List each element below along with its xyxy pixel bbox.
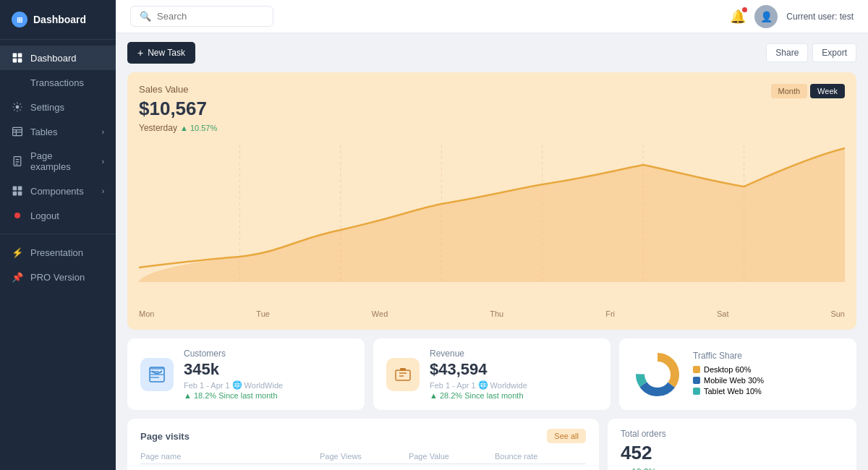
share-button[interactable]: Share: [766, 43, 808, 62]
dashboard-icon: [12, 52, 23, 64]
export-button[interactable]: Export: [812, 43, 856, 62]
sidebar-item-tables[interactable]: Tables ›: [0, 119, 116, 144]
sidebar-item-pro-version[interactable]: 📌 PRO Version: [0, 265, 116, 289]
settings-icon: [12, 101, 23, 113]
chevron-icon: ›: [102, 128, 104, 136]
col-page-name: Page name: [140, 449, 320, 464]
traffic-title: Traffic Share: [693, 351, 764, 361]
traffic-card: Traffic Share Desktop 60% Mobile Web 30%…: [619, 338, 856, 410]
transactions-icon: [12, 77, 23, 88]
x-label-tue: Tue: [256, 309, 270, 318]
customers-icon: [148, 366, 166, 383]
brand-label: Dashboard: [33, 14, 86, 25]
sidebar-divider: [0, 234, 116, 234]
sales-change: ▲ 10.57%: [180, 124, 217, 132]
sidebar: ⊞ Dashboard Dashboard Transactions Setti…: [0, 0, 116, 470]
sidebar-item-presentation[interactable]: ⚡ Presentation: [0, 240, 116, 265]
x-label-wed: Wed: [372, 309, 388, 318]
current-user-label: Current user: test: [786, 12, 854, 22]
revenue-icon: [394, 366, 412, 383]
x-label-sat: Sat: [717, 309, 729, 318]
sidebar-item-page-examples[interactable]: Page examples ›: [0, 144, 116, 179]
search-icon: 🔍: [140, 11, 151, 22]
brand-icon: ⊞: [12, 12, 27, 27]
sales-title: Sales Value: [139, 84, 845, 95]
sidebar-item-label: Transactions: [30, 77, 84, 88]
sidebar-item-label: PRO Version: [30, 272, 85, 283]
mobile-dot: [693, 377, 700, 384]
globe-icon: 🌐: [232, 380, 242, 390]
donut-chart: [632, 349, 683, 400]
period-tabs: Month Week: [771, 84, 846, 98]
content-area: New Task Share Export Sales Value $10,56…: [116, 33, 868, 470]
main-content: 🔍 🔔 👤 Current user: test New Task Share …: [116, 0, 868, 470]
sidebar-item-label: Settings: [30, 102, 64, 113]
legend-desktop: Desktop 60%: [693, 365, 764, 374]
toolbar: New Task Share Export: [127, 42, 856, 64]
new-task-button[interactable]: New Task: [127, 42, 195, 64]
search-input[interactable]: [157, 11, 264, 22]
desktop-label: Desktop 60%: [704, 365, 751, 374]
sidebar-item-logout[interactable]: Logout: [0, 203, 116, 228]
svg-rect-1: [18, 54, 22, 58]
page-visits-title: Page visits: [140, 431, 190, 442]
col-bounce-rate: Bounce rate: [495, 449, 586, 464]
sidebar-item-transactions[interactable]: Transactions: [0, 70, 116, 95]
chevron-icon: ›: [102, 158, 104, 166]
legend-tablet: Tablet Web 10%: [693, 387, 764, 396]
month-button[interactable]: Month: [771, 84, 808, 98]
x-label-thu: Thu: [490, 309, 503, 318]
orders-value: 452: [621, 442, 843, 464]
yesterday-label: Yesterday: [139, 123, 177, 133]
revenue-date: Feb 1 - Apr 1 🌐 Worldwide: [430, 380, 597, 390]
orders-change: ▲ 18.2%: [621, 467, 843, 470]
header-right: 🔔 👤 Current user: test: [730, 5, 854, 28]
notification-dot: [742, 7, 747, 12]
col-page-value: Page Value: [409, 449, 495, 464]
customers-change: ▲ 18.2% Since last month: [184, 391, 352, 400]
sidebar-item-label: Tables: [30, 127, 58, 137]
donut-svg: [632, 349, 683, 400]
sidebar-item-settings[interactable]: Settings: [0, 95, 116, 119]
svg-point-4: [16, 106, 20, 109]
sidebar-item-dashboard[interactable]: Dashboard: [0, 46, 116, 70]
search-box[interactable]: 🔍: [130, 6, 273, 27]
sidebar-item-label: Presentation: [30, 247, 83, 258]
svg-rect-3: [18, 59, 22, 63]
svg-rect-2: [13, 59, 17, 63]
revenue-change: ▲ 28.2% Since last month: [430, 391, 597, 400]
customers-date: Feb 1 - Apr 1 🌐 WorldWide: [184, 380, 352, 390]
svg-rect-16: [18, 192, 22, 196]
chevron-icon: ›: [102, 187, 104, 195]
cell-views: 3,225: [320, 464, 409, 471]
week-button[interactable]: Week: [810, 84, 845, 98]
sales-yesterday: Yesterday ▲ 10.57%: [139, 123, 845, 133]
sidebar-item-label: Components: [30, 186, 84, 197]
globe-icon: 🌐: [478, 380, 488, 390]
chart-area: Mon Tue Wed Thu Fri Sat Sun: [139, 145, 845, 318]
sidebar-brand: ⊞ Dashboard: [0, 0, 116, 40]
cell-page: /demo/admin/index.html: [140, 464, 320, 471]
tables-icon: [12, 126, 23, 137]
revenue-value: $43,594: [430, 360, 597, 379]
customers-title: Customers: [184, 349, 352, 359]
notification-icon[interactable]: 🔔: [730, 9, 746, 25]
sidebar-item-components[interactable]: Components ›: [0, 179, 116, 203]
col-page-views: Page Views: [320, 449, 409, 464]
revenue-card: Revenue $43,594 Feb 1 - Apr 1 🌐 Worldwid…: [373, 338, 610, 410]
page-examples-icon: [12, 155, 23, 167]
pro-icon: 📌: [12, 271, 23, 283]
toolbar-right: Share Export: [766, 43, 856, 62]
svg-rect-15: [13, 192, 17, 196]
sales-chart-svg: [139, 145, 845, 304]
total-orders-card: Total orders 452 ▲ 18.2% July August: [608, 419, 856, 470]
tablet-label: Tablet Web 10%: [704, 387, 762, 396]
logout-icon: [12, 210, 23, 221]
svg-rect-25: [400, 368, 406, 371]
page-visits-header: Page visits See all: [140, 429, 586, 443]
customers-icon-box: [140, 358, 174, 391]
customers-card: Customers 345k Feb 1 - Apr 1 🌐 WorldWide…: [127, 338, 365, 410]
legend-mobile: Mobile Web 30%: [693, 376, 764, 385]
sidebar-nav: Dashboard Transactions Settings Tables ›: [0, 40, 116, 470]
see-all-button[interactable]: See all: [547, 429, 586, 443]
